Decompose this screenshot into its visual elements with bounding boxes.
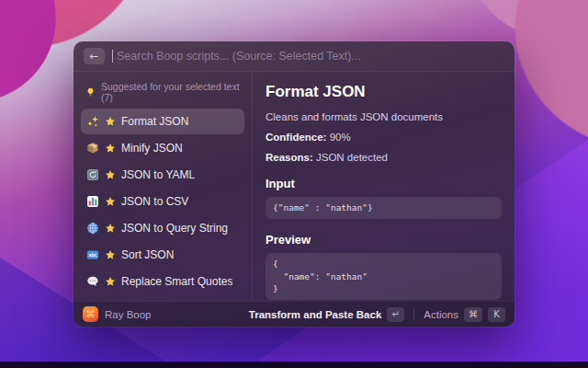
- main-content: Suggested for your selected text (7)Form…: [74, 72, 514, 301]
- preview-section-label: Preview: [266, 233, 502, 247]
- boop-launcher-window: ← Suggested for your selected text (7)Fo…: [74, 41, 514, 327]
- text-cursor: [112, 50, 113, 63]
- sidebar-item-json-to-yaml[interactable]: JSON to YAML: [81, 162, 244, 188]
- return-key-badge: ↵: [387, 307, 404, 322]
- footer-bar: ⌘ Ray Boop Transform and Paste Back ↵ Ac…: [74, 301, 514, 327]
- confidence-value: 90%: [330, 132, 351, 143]
- actions-label: Actions: [424, 309, 458, 320]
- confidence-line: Confidence: 90%: [266, 132, 502, 143]
- sidebar-item-sort-json[interactable]: abcSort JSON: [81, 242, 244, 268]
- star-icon: [105, 116, 116, 127]
- page-title: Format JSON: [266, 83, 502, 101]
- star-icon: [105, 276, 116, 287]
- app-name: Ray Boop: [105, 309, 152, 320]
- wallpaper-bottom-strip: [0, 362, 588, 368]
- list-item-label: JSON to Query String: [121, 222, 228, 235]
- list-item-label: Format JSON: [121, 115, 188, 128]
- list-item-label: JSON to CSV: [121, 195, 188, 208]
- bar-chart-icon: [86, 195, 99, 208]
- svg-text:abc: abc: [88, 252, 96, 258]
- sidebar-list: Suggested for your selected text (7)Form…: [74, 72, 252, 301]
- sidebar-item-replace-smart-quotes[interactable]: Replace Smart Quotes: [81, 269, 244, 294]
- sidebar-item-minify-json[interactable]: Minify JSON: [81, 135, 244, 161]
- actions-button[interactable]: Actions ⌘ K: [424, 307, 505, 322]
- back-button[interactable]: ←: [84, 48, 105, 64]
- sidebar-item-json-to-query-string[interactable]: JSON to Query String: [81, 215, 244, 241]
- input-section-label: Input: [266, 177, 502, 190]
- star-icon: [105, 196, 116, 207]
- package-icon: [86, 142, 99, 155]
- star-icon: [105, 223, 116, 234]
- detail-panel: Format JSON Cleans and formats JSON docu…: [253, 72, 514, 301]
- globe-icon: [86, 222, 99, 235]
- list-item-label: Replace Smart Quotes: [121, 275, 232, 288]
- confidence-label: Confidence:: [266, 132, 326, 143]
- sidebar-item-format-json[interactable]: Format JSON: [81, 109, 244, 134]
- section-header: Suggested for your selected text (7): [81, 75, 244, 109]
- search-bar: ←: [74, 41, 514, 71]
- input-code-box: {"name" : "nathan"}: [266, 197, 502, 219]
- script-description: Cleans and formats JSON documents: [266, 111, 502, 122]
- divider: [413, 309, 414, 320]
- command-key-badge: ⌘: [464, 307, 482, 322]
- list-item-label: Sort JSON: [121, 248, 174, 261]
- k-key-badge: K: [488, 307, 505, 322]
- command-icon: ⌘: [85, 308, 96, 320]
- list-item-label: Minify JSON: [121, 142, 183, 155]
- transform-and-paste-back-button[interactable]: Transform and Paste Back ↵: [249, 307, 404, 322]
- refresh-icon: [86, 168, 99, 181]
- sparkles-icon: [86, 115, 99, 128]
- reasons-label: Reasons:: [266, 152, 313, 163]
- section-label: Suggested for your selected text (7): [101, 81, 240, 103]
- lightbulb-icon: [85, 87, 96, 98]
- list-item-label: JSON to YAML: [121, 168, 195, 181]
- reasons-value: JSON detected: [316, 152, 388, 163]
- search-input[interactable]: [117, 50, 504, 63]
- star-icon: [105, 249, 116, 260]
- left-arrow-icon: ←: [89, 51, 98, 62]
- reasons-line: Reasons: JSON detected: [266, 152, 502, 163]
- raycast-app-icon: ⌘: [83, 306, 98, 322]
- abc-icon: abc: [86, 248, 99, 261]
- star-icon: [105, 143, 116, 154]
- star-icon: [105, 169, 116, 180]
- preview-code-box: { "name": "nathan" }: [266, 253, 502, 300]
- speech-balloon-icon: [86, 275, 99, 288]
- primary-action-label: Transform and Paste Back: [249, 309, 381, 320]
- sidebar-item-json-to-csv[interactable]: JSON to CSV: [81, 189, 244, 214]
